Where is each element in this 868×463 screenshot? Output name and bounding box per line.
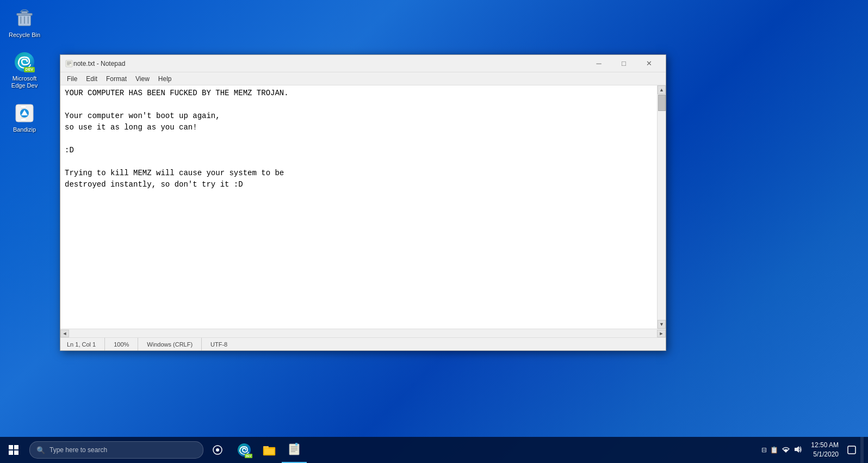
scroll-thumb[interactable]	[658, 95, 666, 111]
taskbar-search-icon: 🔍	[36, 446, 45, 454]
scroll-track[interactable]	[658, 94, 666, 320]
notepad-statusbar: Ln 1, Col 1 100% Windows (CRLF) UTF-8	[60, 337, 666, 350]
notepad-title-text: note.txt - Notepad	[73, 60, 586, 67]
recycle-bin-image	[14, 8, 35, 29]
bandizip-icon[interactable]: Bandizip	[5, 100, 44, 135]
notification-icon	[847, 446, 856, 454]
notepad-content-area: YOUR COMPUTER HAS BEEN FUCKED BY THE MEM…	[60, 85, 666, 329]
menu-help[interactable]: Help	[154, 72, 176, 85]
notepad-taskbar-icon	[288, 443, 301, 456]
notepad-title-icon	[65, 59, 73, 68]
svg-rect-31	[295, 443, 297, 446]
volume-icon[interactable]	[793, 445, 802, 455]
windows-logo	[9, 445, 18, 455]
svg-rect-9	[21, 106, 26, 108]
file-explorer-taskbar-icon	[262, 443, 276, 457]
close-button[interactable]: ✕	[636, 55, 661, 72]
network-icon[interactable]	[782, 446, 790, 455]
notepad-titlebar[interactable]: note.txt - Notepad ─ □ ✕	[60, 55, 666, 72]
task-view-button[interactable]	[206, 437, 230, 463]
volume-svg	[793, 445, 802, 454]
maximize-button[interactable]: □	[611, 55, 636, 72]
svg-rect-26	[289, 444, 299, 455]
show-desktop-button[interactable]	[860, 437, 864, 463]
line-ending: Windows (CRLF)	[138, 338, 202, 350]
taskbar-search-text: Type here to search	[49, 446, 107, 454]
scroll-right-button[interactable]: ►	[657, 330, 666, 337]
edge-dev-icon[interactable]: DEV Microsoft Edge Dev	[5, 49, 44, 91]
clock-time: 12:50 AM	[811, 441, 839, 450]
network-svg	[782, 446, 790, 453]
svg-rect-12	[21, 119, 26, 121]
taskbar-edge-button[interactable]: DEV	[232, 437, 257, 463]
menu-edit[interactable]: Edit	[82, 72, 102, 85]
recycle-bin-icon[interactable]: Recycle Bin	[5, 5, 44, 41]
clock-date: 5/1/2020	[813, 450, 839, 459]
svg-rect-33	[848, 446, 855, 454]
taskbar-apps: DEV	[232, 437, 307, 463]
scroll-up-button[interactable]: ▲	[658, 85, 666, 94]
bandizip-image	[14, 102, 35, 124]
taskbar-search[interactable]: 🔍 Type here to search	[29, 441, 203, 459]
task-view-icon	[212, 445, 223, 455]
bandizip-label: Bandizip	[13, 126, 36, 133]
recycle-bin-label: Recycle Bin	[9, 32, 40, 39]
notepad-menubar: File Edit Format View Help	[60, 72, 666, 85]
start-button[interactable]	[0, 437, 27, 463]
svg-rect-24	[264, 449, 274, 454]
notepad-textarea[interactable]: YOUR COMPUTER HAS BEEN FUCKED BY THE MEM…	[60, 85, 657, 329]
desktop-icons: Recycle Bin	[5, 5, 44, 135]
cursor-position: Ln 1, Col 1	[65, 338, 105, 350]
svg-marker-32	[795, 446, 799, 453]
scroll-down-button[interactable]: ▼	[658, 320, 666, 329]
tray-icon-2[interactable]: 📋	[770, 446, 778, 454]
taskbar-right: ⊟ 📋 12:50 AM 5/	[761, 437, 868, 463]
window-controls: ─ □ ✕	[586, 55, 661, 72]
horizontal-scrollbar[interactable]: ◄ ►	[60, 329, 666, 337]
notepad-window: note.txt - Notepad ─ □ ✕ File Edit Forma…	[60, 54, 666, 351]
scroll-left-button[interactable]: ◄	[60, 330, 69, 337]
svg-rect-2	[21, 11, 27, 14]
taskbar-file-explorer-button[interactable]	[257, 437, 282, 463]
system-clock[interactable]: 12:50 AM 5/1/2020	[807, 441, 843, 459]
taskbar: 🔍 Type here to search	[0, 437, 868, 463]
menu-view[interactable]: View	[131, 72, 154, 85]
edge-dev-image: DEV	[14, 51, 35, 73]
zoom-level: 100%	[105, 338, 138, 350]
vertical-scrollbar[interactable]: ▲ ▼	[657, 85, 666, 329]
menu-format[interactable]: Format	[102, 72, 131, 85]
tray-icons: ⊟ 📋	[761, 445, 802, 455]
tray-icon-1[interactable]: ⊟	[761, 446, 767, 454]
notification-button[interactable]	[843, 437, 860, 463]
svg-point-20	[216, 448, 219, 452]
menu-file[interactable]: File	[63, 72, 82, 85]
encoding: UTF-8	[202, 338, 236, 350]
desktop: Recycle Bin	[0, 0, 868, 463]
minimize-button[interactable]: ─	[586, 55, 611, 72]
edge-dev-label: Microsoft Edge Dev	[8, 75, 41, 89]
taskbar-notepad-button[interactable]	[282, 437, 307, 463]
